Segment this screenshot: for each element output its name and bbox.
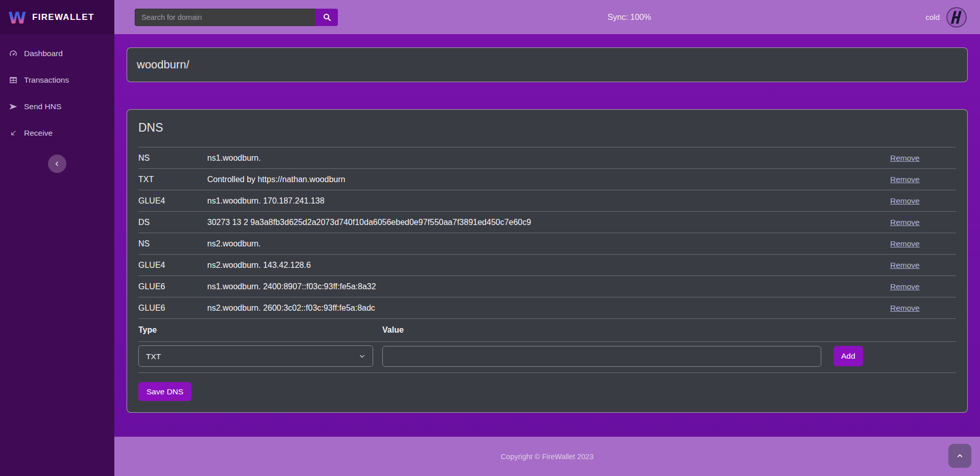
brand-title: FIREWALLET bbox=[32, 12, 94, 22]
wallet-avatar[interactable] bbox=[946, 7, 967, 28]
scroll-to-top-button[interactable] bbox=[948, 444, 971, 468]
sidebar-item-dashboard[interactable]: Dashboard bbox=[0, 40, 114, 67]
value-column-header: Value bbox=[382, 325, 834, 335]
handshake-icon bbox=[948, 9, 965, 26]
sidebar-item-label: Send HNS bbox=[24, 102, 61, 111]
sync-status: Sync: 100% bbox=[607, 13, 651, 22]
domain-title: woodburn/ bbox=[137, 58, 958, 71]
dns-record-row: NS ns2.woodburn. Remove bbox=[138, 233, 956, 254]
domain-card: woodburn/ bbox=[127, 47, 968, 82]
dns-card: DNS NS ns1.woodburn. Remove TXT Controll… bbox=[127, 109, 968, 413]
chevron-left-icon bbox=[54, 161, 60, 167]
sidebar-item-send-hns[interactable]: Send HNS bbox=[0, 93, 114, 120]
sidebar-collapse-button[interactable] bbox=[48, 155, 66, 173]
dns-record-value: ns2.woodburn. bbox=[207, 239, 890, 248]
sidebar-nav: Dashboard Transactions Send HNS Receive bbox=[0, 34, 114, 146]
dns-record-remove-link[interactable]: Remove bbox=[890, 218, 920, 227]
dns-record-row: TXT Controlled by https://nathan.woodbur… bbox=[138, 168, 956, 190]
receive-icon bbox=[9, 129, 18, 138]
dns-record-type: GLUE6 bbox=[138, 282, 207, 291]
dns-record-row: DS 30273 13 2 9a3a8fb3d625d2a2073d740f10… bbox=[138, 211, 956, 233]
search-input[interactable] bbox=[135, 9, 315, 26]
send-icon bbox=[9, 102, 18, 111]
dns-record-remove-link[interactable]: Remove bbox=[890, 175, 920, 184]
brand[interactable]: W FIREWALLET bbox=[0, 0, 114, 34]
wallet-name-label: cold bbox=[925, 13, 940, 21]
footer: Copyright © FireWallet 2023 bbox=[114, 437, 980, 476]
dns-record-type: NS bbox=[138, 239, 207, 248]
transactions-icon bbox=[9, 76, 18, 85]
record-type-select[interactable]: TXT bbox=[138, 345, 373, 367]
svg-text:W: W bbox=[8, 8, 26, 28]
topbar-right: cold bbox=[925, 7, 967, 28]
dns-record-remove-link[interactable]: Remove bbox=[890, 261, 920, 270]
topbar: Sync: 100% cold bbox=[114, 0, 980, 34]
search-icon bbox=[323, 13, 331, 21]
save-dns-button[interactable]: Save DNS bbox=[138, 382, 191, 401]
dns-record-remove-link[interactable]: Remove bbox=[890, 196, 920, 206]
firewallet-logo-icon: W bbox=[8, 7, 27, 28]
dns-record-row: GLUE4 ns1.woodburn. 170.187.241.138 Remo… bbox=[138, 190, 956, 211]
search-button[interactable] bbox=[315, 9, 338, 26]
main-area: Sync: 100% cold bbox=[114, 0, 980, 476]
domain-search-form bbox=[135, 9, 338, 26]
dns-record-row: GLUE6 ns2.woodburn. 2600:3c02::f03c:93ff… bbox=[138, 297, 956, 318]
content: woodburn/ DNS NS ns1.woodburn. Remove TX… bbox=[114, 34, 980, 437]
save-row: Save DNS bbox=[138, 372, 956, 401]
dns-record-value: ns1.woodburn. bbox=[207, 154, 890, 163]
dns-record-remove-link[interactable]: Remove bbox=[890, 282, 920, 291]
sidebar-item-label: Dashboard bbox=[24, 49, 63, 58]
type-column-header: Type bbox=[138, 325, 382, 335]
dns-add-form: TXT Add bbox=[138, 342, 956, 372]
dns-records: NS ns1.woodburn. Remove TXT Controlled b… bbox=[138, 147, 956, 318]
dns-record-row: GLUE4 ns2.woodburn. 143.42.128.6 Remove bbox=[138, 254, 956, 275]
dns-record-type: GLUE4 bbox=[138, 196, 207, 206]
dns-record-type: NS bbox=[138, 154, 207, 163]
dns-record-remove-link[interactable]: Remove bbox=[890, 304, 920, 313]
dns-record-type: GLUE6 bbox=[138, 304, 207, 313]
dns-record-value: 30273 13 2 9a3a8fb3d625d2a2073d740f10da6… bbox=[207, 218, 890, 227]
dns-record-remove-link[interactable]: Remove bbox=[890, 239, 920, 248]
dns-record-value: ns2.woodburn. 2600:3c02::f03c:93ff:fe5a:… bbox=[207, 304, 890, 313]
chevron-up-icon bbox=[957, 453, 963, 459]
record-value-input[interactable] bbox=[382, 346, 821, 367]
sidebar-item-transactions[interactable]: Transactions bbox=[0, 67, 114, 93]
dns-record-remove-link[interactable]: Remove bbox=[890, 154, 920, 163]
dns-record-row: NS ns1.woodburn. Remove bbox=[138, 147, 956, 168]
dns-record-type: TXT bbox=[138, 175, 207, 184]
dns-record-value: ns1.woodburn. 170.187.241.138 bbox=[207, 196, 890, 206]
dns-record-row: GLUE6 ns1.woodburn. 2400:8907::f03c:93ff… bbox=[138, 275, 956, 297]
dashboard-icon bbox=[9, 49, 18, 58]
dns-record-value: ns2.woodburn. 143.42.128.6 bbox=[207, 261, 890, 270]
sidebar-item-receive[interactable]: Receive bbox=[0, 120, 114, 146]
dns-form-header: Type Value bbox=[138, 318, 956, 342]
add-record-button[interactable]: Add bbox=[834, 346, 863, 366]
dns-record-type: DS bbox=[138, 218, 207, 227]
sidebar-item-label: Receive bbox=[24, 129, 53, 138]
dns-record-type: GLUE4 bbox=[138, 261, 207, 270]
sidebar-item-label: Transactions bbox=[24, 76, 69, 85]
sidebar: W FIREWALLET Dashboard Transactions Send… bbox=[0, 0, 114, 476]
copyright-text: Copyright © FireWallet 2023 bbox=[501, 453, 594, 461]
dns-card-title: DNS bbox=[138, 121, 956, 135]
dns-record-value: Controlled by https://nathan.woodburn bbox=[207, 175, 890, 184]
dns-record-value: ns1.woodburn. 2400:8907::f03c:93ff:fe5a:… bbox=[207, 282, 890, 291]
